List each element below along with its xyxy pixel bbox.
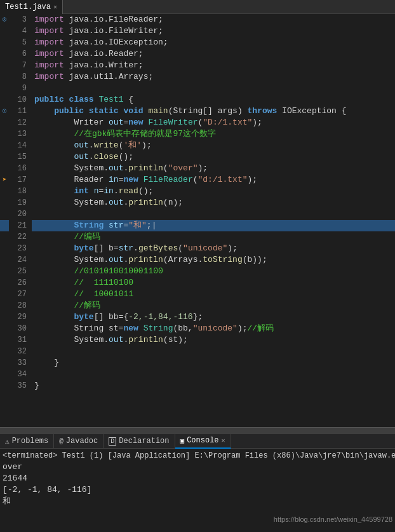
- tab-declaration[interactable]: D Declaration: [104, 433, 175, 449]
- line-content[interactable]: String st=new String(bb,"unicode");//解码: [32, 323, 395, 334]
- line-number: 23: [9, 243, 32, 254]
- code-line-7: 7import java.io.Writer;: [0, 60, 395, 71]
- line-content[interactable]: import java.io.FileReader;: [32, 14, 395, 25]
- gutter-icon-21: [0, 220, 9, 231]
- problems-label: Problems: [12, 437, 49, 446]
- code-line-35: 35}: [0, 380, 395, 392]
- gutter-icon-18: [0, 186, 9, 197]
- line-content[interactable]: import java.io.FileWriter;: [32, 25, 395, 37]
- line-content[interactable]: //编码: [32, 231, 395, 243]
- line-content[interactable]: }: [32, 357, 395, 369]
- line-content[interactable]: byte[] bb={-2,-1,84,-116};: [32, 311, 395, 323]
- code-line-6: 6import java.io.Reader;: [0, 48, 395, 60]
- line-content[interactable]: out.close();: [32, 151, 395, 163]
- line-content[interactable]: import java.util.Arrays;: [32, 71, 395, 83]
- code-line-33: 33 }: [0, 357, 395, 369]
- line-content[interactable]: System.out.println("over");: [32, 163, 395, 174]
- line-content[interactable]: out.write('和');: [32, 140, 395, 151]
- line-content[interactable]: [32, 346, 395, 357]
- gutter-icon-35: [0, 380, 9, 392]
- gutter-icon-6: [0, 48, 9, 60]
- console-close-icon[interactable]: ✕: [222, 437, 225, 444]
- tab-console[interactable]: ▣ Console ✕: [175, 433, 231, 449]
- line-content[interactable]: [32, 208, 395, 220]
- line-content[interactable]: byte[] b=str.getBytes("unicode");: [32, 243, 395, 254]
- line-content[interactable]: //解码: [32, 300, 395, 311]
- code-line-4: 4import java.io.FileWriter;: [0, 25, 395, 37]
- line-number: 3: [9, 14, 32, 25]
- line-content[interactable]: [32, 83, 395, 94]
- console-terminated-line: <terminated> Test1 (1) [Java Application…: [3, 450, 392, 461]
- tab-close-icon[interactable]: ✕: [53, 3, 57, 11]
- code-line-14: 14 out.write('和');: [0, 140, 395, 151]
- line-content[interactable]: Writer out=new FileWriter("D:/1.txt");: [32, 117, 395, 128]
- console-line: 21644: [3, 473, 392, 484]
- code-line-20: 20: [0, 208, 395, 220]
- line-content[interactable]: Reader in=new FileReader("d:/1.txt");: [32, 174, 395, 186]
- line-content[interactable]: System.out.println(n);: [32, 197, 395, 208]
- line-number: 7: [9, 60, 32, 71]
- code-line-17: ➤17 Reader in=new FileReader("d:/1.txt")…: [0, 174, 395, 186]
- code-line-18: 18 int n=in.read();: [0, 186, 395, 197]
- line-number: 22: [9, 231, 32, 243]
- line-number: 34: [9, 369, 32, 380]
- line-content[interactable]: int n=in.read();: [32, 186, 395, 197]
- line-number: 25: [9, 266, 32, 277]
- gutter-icon-22: [0, 231, 9, 243]
- code-line-31: 31 System.out.println(st);: [0, 334, 395, 346]
- code-line-21: 21 String str="和";|: [0, 220, 395, 231]
- tab-problems[interactable]: ⚠ Problems: [0, 433, 54, 449]
- gutter-icon-3: ◎: [0, 14, 9, 25]
- line-number: 11: [9, 106, 32, 117]
- line-number: 26: [9, 277, 32, 289]
- gutter-icon-9: [0, 83, 9, 94]
- line-number: 5: [9, 37, 32, 48]
- gutter-icon-16: [0, 163, 9, 174]
- tab-label: Test1.java: [5, 3, 51, 11]
- line-number: 35: [9, 380, 32, 392]
- line-content[interactable]: import java.io.Writer;: [32, 60, 395, 71]
- tab-javadoc[interactable]: @ Javadoc: [54, 433, 104, 449]
- code-line-10: 10public class Test1 {: [0, 94, 395, 106]
- gutter-icon-28: [0, 300, 9, 311]
- gutter-icon-26: [0, 277, 9, 289]
- code-line-24: 24 System.out.println(Arrays.toString(b)…: [0, 254, 395, 266]
- line-number: 15: [9, 151, 32, 163]
- line-content[interactable]: //0101010010001100: [32, 266, 395, 277]
- line-number: 12: [9, 117, 32, 128]
- line-number: 19: [9, 197, 32, 208]
- line-content[interactable]: System.out.println(Arrays.toString(b));: [32, 254, 395, 266]
- gutter-icon-19: [0, 197, 9, 208]
- line-content[interactable]: }: [32, 380, 395, 392]
- gutter-icon-17: ➤: [0, 174, 9, 186]
- line-content[interactable]: // 10001011: [32, 289, 395, 300]
- line-content[interactable]: public static void main(String[] args) t…: [32, 106, 395, 117]
- line-number: 17: [9, 174, 32, 186]
- gutter-icon-13: [0, 128, 9, 140]
- line-content[interactable]: [32, 369, 395, 380]
- line-number: 14: [9, 140, 32, 151]
- line-number: 33: [9, 357, 32, 369]
- line-content[interactable]: String str="和";|: [32, 220, 395, 231]
- line-content[interactable]: public class Test1 {: [32, 94, 395, 106]
- code-line-3: ◎3import java.io.FileReader;: [0, 14, 395, 25]
- code-line-8: 8import java.util.Arrays;: [0, 71, 395, 83]
- line-number: 18: [9, 186, 32, 197]
- editor-tab-bar: Test1.java ✕: [0, 0, 395, 14]
- line-content[interactable]: System.out.println(st);: [32, 334, 395, 346]
- tab-test1-java[interactable]: Test1.java ✕: [0, 0, 63, 14]
- code-line-26: 26 // 11110100: [0, 277, 395, 289]
- code-line-27: 27 // 10001011: [0, 289, 395, 300]
- line-content[interactable]: import java.io.IOException;: [32, 37, 395, 48]
- line-number: 13: [9, 128, 32, 140]
- code-line-32: 32: [0, 346, 395, 357]
- gutter-icon-14: [0, 140, 9, 151]
- code-line-11: ◎11 public static void main(String[] arg…: [0, 106, 395, 117]
- code-line-29: 29 byte[] bb={-2,-1,84,-116};: [0, 311, 395, 323]
- gutter-icon-25: [0, 266, 9, 277]
- code-line-34: 34: [0, 369, 395, 380]
- line-content[interactable]: import java.io.Reader;: [32, 48, 395, 60]
- line-content[interactable]: //在gbk码表中存储的就是97这个数字: [32, 128, 395, 140]
- horizontal-scrollbar[interactable]: [0, 427, 395, 433]
- line-content[interactable]: // 11110100: [32, 277, 395, 289]
